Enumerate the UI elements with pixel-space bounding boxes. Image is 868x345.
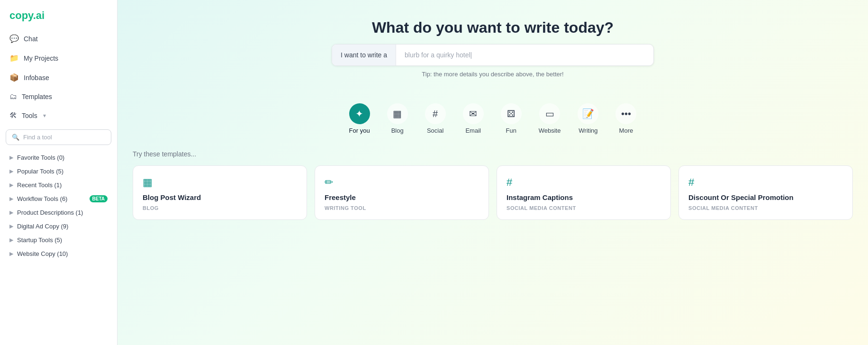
discount-promotion-title: Discount Or Special Promotion bbox=[688, 193, 843, 201]
website-label: Website bbox=[539, 127, 561, 134]
chevron-right-icon: ▶ bbox=[9, 154, 13, 161]
category-tab-social[interactable]: # Social bbox=[418, 99, 452, 139]
template-card-freestyle[interactable]: ✏ Freestyle WRITING TOOL bbox=[315, 165, 489, 220]
more-icon: ••• bbox=[615, 103, 636, 124]
website-icon: ▭ bbox=[539, 103, 560, 124]
tools-icon: 🛠 bbox=[9, 111, 17, 120]
blog-post-wizard-icon: ▦ bbox=[143, 176, 297, 189]
templates-section: Try these templates... ▦ Blog Post Wizar… bbox=[118, 139, 868, 235]
tool-group-favorite-tools-(0)[interactable]: ▶ Favorite Tools (0) bbox=[6, 151, 111, 164]
templates-icon: 🗂 bbox=[9, 92, 17, 101]
search-tool-bar[interactable]: 🔍 Find a tool bbox=[6, 129, 111, 145]
tools-chevron-icon: ▾ bbox=[43, 112, 46, 119]
freestyle-icon: ✏ bbox=[325, 176, 479, 189]
blog-label: Blog bbox=[391, 127, 404, 134]
category-tab-blog[interactable]: ▦ Blog bbox=[380, 99, 415, 139]
chevron-right-icon: ▶ bbox=[9, 196, 13, 202]
writing-label: Writing bbox=[579, 127, 597, 134]
sidebar: copy.ai 💬 Chat 📁 My Projects 📦 Infobase … bbox=[0, 0, 118, 345]
instagram-captions-title: Instagram Captions bbox=[506, 193, 661, 201]
search-prefix: I want to write a bbox=[332, 45, 396, 65]
instagram-captions-tag: SOCIAL MEDIA CONTENT bbox=[506, 205, 661, 211]
tool-group-startup-tools-(5)[interactable]: ▶ Startup Tools (5) bbox=[6, 233, 111, 247]
tool-group-product-descriptions-(1)[interactable]: ▶ Product Descriptions (1) bbox=[6, 206, 111, 219]
chevron-right-icon: ▶ bbox=[9, 251, 13, 257]
chevron-right-icon: ▶ bbox=[9, 209, 13, 216]
tool-group-label: Startup Tools (5) bbox=[17, 236, 62, 244]
chevron-right-icon: ▶ bbox=[9, 223, 13, 229]
search-tip: Tip: the more details you describe above… bbox=[127, 71, 859, 78]
chevron-right-icon: ▶ bbox=[9, 168, 13, 174]
tool-group-workflow-tools-(6)[interactable]: ▶ Workflow Tools (6) BETA bbox=[6, 192, 111, 206]
chat-icon: 💬 bbox=[9, 34, 19, 43]
fun-label: Fun bbox=[506, 127, 516, 134]
more-label: More bbox=[619, 127, 633, 134]
main-header: What do you want to write today? I want … bbox=[118, 0, 868, 87]
tool-group-digital-ad-copy-(9)[interactable]: ▶ Digital Ad Copy (9) bbox=[6, 219, 111, 233]
blog-icon: ▦ bbox=[387, 103, 408, 124]
sidebar-item-infobase[interactable]: 📦 Infobase bbox=[4, 68, 113, 87]
tool-group-label: Digital Ad Copy (9) bbox=[17, 223, 68, 230]
logo-text-ai: ai bbox=[36, 9, 45, 21]
template-card-discount-promotion[interactable]: # Discount Or Special Promotion SOCIAL M… bbox=[678, 165, 853, 220]
discount-promotion-icon: # bbox=[688, 176, 843, 189]
chat-label: Chat bbox=[24, 35, 38, 43]
tools-label: Tools bbox=[22, 112, 37, 119]
logo: copy.ai bbox=[0, 0, 117, 29]
writing-icon: 📝 bbox=[578, 103, 598, 124]
tool-group-label: Favorite Tools (0) bbox=[17, 154, 64, 161]
templates-label: Try these templates... bbox=[133, 150, 853, 158]
category-tab-email[interactable]: ✉ Email bbox=[456, 99, 490, 139]
discount-promotion-tag: SOCIAL MEDIA CONTENT bbox=[688, 205, 843, 211]
for-you-icon: ✦ bbox=[349, 103, 370, 124]
email-label: Email bbox=[465, 127, 481, 134]
write-search-bar[interactable]: I want to write a bbox=[332, 44, 654, 66]
sidebar-nav: 💬 Chat 📁 My Projects 📦 Infobase 🗂 Templa… bbox=[0, 29, 117, 126]
tool-group-label: Product Descriptions (1) bbox=[17, 209, 83, 216]
email-icon: ✉ bbox=[463, 103, 484, 124]
instagram-captions-icon: # bbox=[506, 176, 661, 189]
my-projects-icon: 📁 bbox=[9, 54, 19, 63]
tool-group-label: Popular Tools (5) bbox=[17, 168, 63, 175]
for-you-label: For you bbox=[349, 127, 370, 134]
tool-group-label: Workflow Tools (6) bbox=[17, 195, 67, 202]
blog-post-wizard-tag: BLOG bbox=[143, 205, 297, 211]
tool-group-label: Recent Tools (1) bbox=[17, 182, 62, 189]
template-card-instagram-captions[interactable]: # Instagram Captions SOCIAL MEDIA CONTEN… bbox=[497, 165, 671, 220]
search-tool-placeholder: Find a tool bbox=[23, 134, 52, 141]
fun-icon: ⚄ bbox=[501, 103, 522, 124]
category-tab-website[interactable]: ▭ Website bbox=[532, 99, 568, 139]
tool-group-website-copy-(10)[interactable]: ▶ Website Copy (10) bbox=[6, 247, 111, 261]
main-content: What do you want to write today? I want … bbox=[118, 0, 868, 345]
search-input[interactable] bbox=[396, 45, 653, 65]
category-tab-more[interactable]: ••• More bbox=[609, 99, 643, 139]
social-label: Social bbox=[427, 127, 443, 134]
tool-group-recent-tools-(1)[interactable]: ▶ Recent Tools (1) bbox=[6, 178, 111, 192]
beta-badge: BETA bbox=[90, 195, 108, 202]
sidebar-item-chat[interactable]: 💬 Chat bbox=[4, 29, 113, 48]
sidebar-item-my-projects[interactable]: 📁 My Projects bbox=[4, 49, 113, 67]
infobase-label: Infobase bbox=[24, 74, 49, 82]
category-tab-fun[interactable]: ⚄ Fun bbox=[494, 99, 528, 139]
my-projects-label: My Projects bbox=[24, 54, 58, 62]
category-tabs: ✦ For you ▦ Blog # Social ✉ Email ⚄ Fun … bbox=[118, 87, 868, 139]
sidebar-item-tools[interactable]: 🛠 Tools ▾ bbox=[4, 107, 113, 125]
freestyle-title: Freestyle bbox=[325, 193, 479, 201]
template-cards-grid: ▦ Blog Post Wizard BLOG ✏ Freestyle WRIT… bbox=[133, 165, 853, 220]
chevron-right-icon: ▶ bbox=[9, 237, 13, 243]
tool-group-popular-tools-(5)[interactable]: ▶ Popular Tools (5) bbox=[6, 164, 111, 178]
category-tab-for-you[interactable]: ✦ For you bbox=[343, 99, 377, 139]
sidebar-item-templates[interactable]: 🗂 Templates bbox=[4, 88, 113, 106]
templates-label: Templates bbox=[22, 93, 52, 100]
logo-text-copy: copy bbox=[9, 9, 33, 21]
search-icon: 🔍 bbox=[12, 134, 19, 141]
tool-group-label: Website Copy (10) bbox=[17, 250, 68, 257]
category-tab-writing[interactable]: 📝 Writing bbox=[571, 99, 605, 139]
sidebar-tool-groups: ▶ Favorite Tools (0) ▶ Popular Tools (5)… bbox=[0, 149, 117, 345]
freestyle-tag: WRITING TOOL bbox=[325, 205, 479, 211]
blog-post-wizard-title: Blog Post Wizard bbox=[143, 193, 297, 201]
template-card-blog-post-wizard[interactable]: ▦ Blog Post Wizard BLOG bbox=[133, 165, 307, 220]
infobase-icon: 📦 bbox=[9, 73, 19, 82]
chevron-right-icon: ▶ bbox=[9, 182, 13, 188]
page-title: What do you want to write today? bbox=[127, 19, 859, 36]
